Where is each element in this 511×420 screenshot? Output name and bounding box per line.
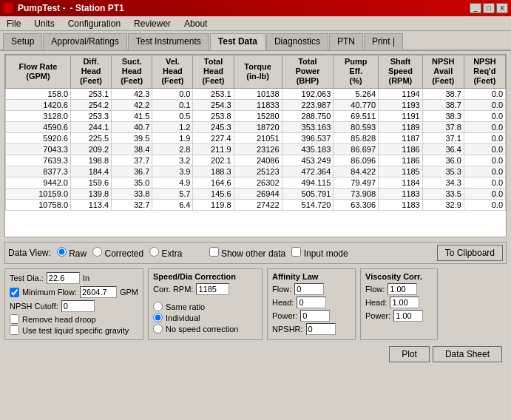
menu-file[interactable]: File: [4, 18, 23, 30]
tab-test-instruments[interactable]: Test Instruments: [128, 33, 209, 50]
radio-raw[interactable]: [57, 247, 67, 257]
radio-individual-label[interactable]: Individual: [153, 313, 257, 322]
radio-same-ratio-label[interactable]: Same ratio: [153, 302, 257, 311]
affinity-power-label: Power:: [272, 311, 297, 320]
table-cell: 1.2: [152, 121, 193, 132]
col-torque: Torque(in-lb): [234, 55, 282, 89]
viscosity-head-label: Head:: [365, 298, 387, 307]
radio-same-ratio[interactable]: [153, 302, 163, 311]
table-cell: 10758.0: [6, 199, 71, 210]
table-cell: 253.8: [193, 110, 234, 121]
min-flow-checkbox[interactable]: [10, 288, 19, 297]
table-cell: 223.987: [282, 99, 334, 110]
use-test-liquid-row: Use test liquid specific gravity: [10, 325, 138, 335]
table-cell: 0.0: [464, 121, 505, 132]
main-content: Flow Rate(GPM) Diff.Head(Feet) Suct.Head…: [0, 51, 511, 368]
table-cell: 36.7: [112, 166, 152, 177]
menu-units[interactable]: Units: [32, 18, 56, 30]
viscosity-power-input[interactable]: [393, 310, 423, 322]
table-cell: 119.8: [193, 199, 234, 210]
affinity-head-input[interactable]: [297, 297, 326, 308]
table-cell: 36.0: [422, 155, 464, 166]
affinity-flow-row: Flow:: [272, 283, 351, 295]
pump-icon: [3, 3, 13, 13]
table-cell: 254.2: [71, 99, 112, 110]
npsh-cutoff-input[interactable]: [61, 300, 95, 312]
tabs-row: Setup Approval/Ratings Test Instruments …: [0, 31, 511, 51]
table-cell: 188.3: [193, 166, 234, 177]
tab-test-data[interactable]: Test Data: [210, 33, 265, 50]
tab-ptn[interactable]: PTN: [329, 33, 363, 50]
menu-configuration[interactable]: Configuration: [66, 18, 123, 30]
tab-diagnostics[interactable]: Diagnostics: [266, 33, 328, 50]
plot-button[interactable]: Plot: [389, 346, 430, 362]
table-row: 8377.3184.436.73.9188.325123472.36484.42…: [6, 166, 506, 177]
menu-about[interactable]: About: [182, 18, 209, 30]
viscosity-head-input[interactable]: [390, 297, 419, 308]
table-cell: 113.4: [71, 199, 112, 210]
affinity-panel-title: Affinity Law: [272, 272, 351, 281]
table-cell: 3.9: [152, 166, 193, 177]
affinity-head-row: Head:: [272, 297, 351, 308]
table-row: 4590.6244.140.71.2245.318720353.16380.59…: [6, 121, 506, 132]
minimize-button[interactable]: _: [470, 3, 481, 13]
table-cell: 38.4: [112, 143, 152, 155]
remove-head-droop-label: Remove head droop: [22, 315, 96, 324]
show-other-data-label[interactable]: Show other data: [209, 247, 286, 259]
table-cell: 145.6: [193, 188, 234, 199]
input-mode-checkbox[interactable]: [291, 247, 301, 257]
table-cell: 40.770: [334, 99, 379, 110]
close-button[interactable]: X: [496, 3, 508, 13]
table-cell: 0.1: [152, 99, 193, 110]
table-cell: 38.3: [422, 110, 464, 121]
input-mode-label[interactable]: Input mode: [291, 247, 348, 259]
table-cell: 0.0: [464, 177, 505, 188]
test-dia-input[interactable]: [47, 272, 80, 284]
table-cell: 32.9: [422, 199, 464, 210]
radio-no-speed[interactable]: [153, 324, 163, 333]
remove-head-droop-row: Remove head droop: [10, 314, 138, 324]
maximize-button[interactable]: □: [483, 3, 495, 13]
radio-no-speed-label[interactable]: No speed correction: [153, 324, 257, 333]
affinity-npsh-input[interactable]: [306, 323, 336, 335]
radio-extra[interactable]: [149, 247, 159, 257]
data-sheet-button[interactable]: Data Sheet: [433, 346, 502, 362]
viscosity-panel-title: Viscosity Corr.: [365, 272, 433, 281]
table-cell: 37.7: [112, 155, 152, 166]
table-cell: 198.8: [71, 155, 112, 166]
table-cell: 10138: [234, 88, 282, 99]
table-cell: 253.3: [71, 110, 112, 121]
table-cell: 435.183: [282, 143, 334, 155]
remove-head-droop-checkbox[interactable]: [10, 314, 19, 324]
table-cell: 505.791: [282, 188, 334, 199]
menu-reviewer[interactable]: Reviewer: [132, 18, 173, 30]
radio-corrected[interactable]: [92, 247, 102, 257]
col-npsh-reqd: NPSHReq'd(Feet): [464, 55, 505, 89]
radio-extra-label[interactable]: Extra: [149, 247, 182, 259]
corr-rpm-input[interactable]: [196, 283, 229, 295]
to-clipboard-button[interactable]: To Clipboard: [437, 245, 503, 261]
viscosity-flow-input[interactable]: [388, 283, 417, 295]
npsh-cutoff-label: NPSH Cutoff:: [10, 302, 58, 311]
table-cell: 353.163: [282, 121, 334, 132]
tab-print[interactable]: Print |: [364, 33, 403, 50]
show-other-data-checkbox[interactable]: [209, 247, 219, 257]
corr-rpm-row: Corr. RPM:: [153, 283, 257, 295]
table-cell: 209.2: [71, 143, 112, 155]
table-cell: 39.5: [112, 132, 152, 143]
use-test-liquid-checkbox[interactable]: [10, 325, 19, 335]
table-cell: 1420.6: [6, 99, 71, 110]
table-cell: 5.264: [334, 88, 379, 99]
table-cell: 63.306: [334, 199, 379, 210]
min-flow-input[interactable]: [80, 286, 117, 298]
radio-individual[interactable]: [153, 313, 163, 322]
tab-approval-ratings[interactable]: Approval/Ratings: [43, 33, 126, 50]
radio-corrected-label[interactable]: Corrected: [92, 247, 143, 259]
radio-raw-label[interactable]: Raw: [57, 247, 87, 259]
tab-setup[interactable]: Setup: [3, 33, 42, 50]
table-cell: 1189: [379, 121, 423, 132]
data-view-row: Data View: Raw Corrected Extra Show othe…: [4, 242, 507, 264]
table-cell: 9442.0: [6, 177, 71, 188]
affinity-flow-input[interactable]: [294, 283, 324, 295]
affinity-power-input[interactable]: [300, 310, 330, 322]
